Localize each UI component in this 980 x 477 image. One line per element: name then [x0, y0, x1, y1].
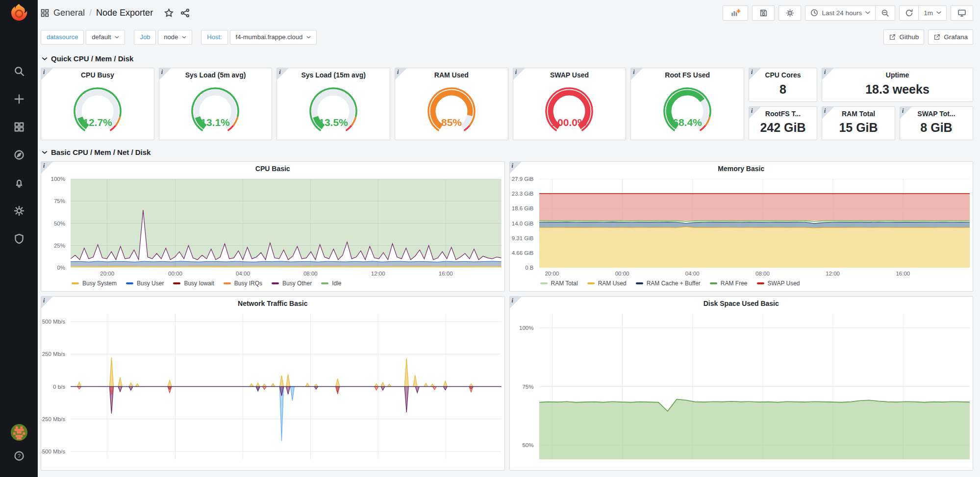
- legend-swatch: [272, 282, 279, 284]
- row-quick-cpu-mem-disk[interactable]: Quick CPU / Mem / Disk: [41, 47, 973, 68]
- var-datasource-label: datasource: [41, 30, 84, 45]
- apps-grid-icon: [41, 9, 49, 17]
- legend-label: Busy Other: [282, 280, 312, 287]
- panel-title[interactable]: Sys Load (15m avg): [277, 68, 390, 81]
- var-datasource-value[interactable]: default: [86, 30, 125, 45]
- settings-gear-icon[interactable]: [13, 204, 25, 217]
- panel-info-corner[interactable]: i: [277, 68, 289, 80]
- plot-area[interactable]: [71, 314, 502, 459]
- kiosk-mode-button[interactable]: [951, 5, 973, 21]
- var-job-value[interactable]: node: [158, 30, 192, 45]
- panel-info-corner[interactable]: i: [41, 297, 53, 308]
- user-avatar[interactable]: [11, 424, 27, 441]
- alerting-bell-icon[interactable]: [13, 176, 25, 189]
- refresh-interval-picker[interactable]: 1m: [919, 5, 947, 21]
- plot-area[interactable]: [539, 179, 970, 268]
- legend-item[interactable]: RAM Total: [540, 280, 578, 287]
- collapse-chevron-icon: [42, 151, 48, 154]
- panel-info-corner[interactable]: i: [41, 68, 53, 80]
- row-basic-cpu-mem-net-disk[interactable]: Basic CPU / Mem / Net / Disk: [41, 140, 973, 161]
- breadcrumb-divider: /: [89, 8, 92, 18]
- panel-title[interactable]: Memory Basic: [510, 162, 973, 175]
- plot-area[interactable]: [71, 179, 502, 268]
- panel-title[interactable]: RAM Used: [395, 68, 508, 81]
- search-icon[interactable]: [13, 65, 25, 77]
- legend-item[interactable]: RAM Used: [587, 280, 627, 287]
- grafana-logo-icon[interactable]: [9, 3, 29, 23]
- breadcrumb: General / Node Exporter: [41, 8, 190, 18]
- top-navbar: General / Node Exporter Last 24 hours: [38, 0, 980, 25]
- panel-info-corner[interactable]: i: [749, 68, 761, 80]
- panel-info-corner[interactable]: i: [395, 68, 407, 80]
- breadcrumb-folder[interactable]: General: [53, 8, 85, 18]
- share-icon[interactable]: [180, 8, 190, 18]
- stat-value: 8 GiB: [900, 120, 973, 140]
- time-range-picker[interactable]: Last 24 hours: [805, 5, 876, 21]
- legend-item[interactable]: Idle: [321, 280, 341, 287]
- panel-info-corner[interactable]: i: [822, 68, 834, 80]
- variables-bar: datasource default Job node Host: f4-mum…: [38, 25, 980, 47]
- github-link-button[interactable]: Github: [883, 29, 924, 45]
- dashboard-title[interactable]: Node Exporter: [96, 8, 153, 18]
- explore-compass-icon[interactable]: [13, 149, 25, 161]
- panel-title[interactable]: Uptime: [822, 68, 973, 81]
- panel-title[interactable]: CPU Basic: [41, 162, 504, 175]
- legend-label: Busy IRQs: [234, 280, 262, 287]
- help-icon[interactable]: ?: [13, 450, 25, 462]
- legend-label: RAM Total: [551, 280, 578, 287]
- svg-text:100.0%: 100.0%: [552, 117, 587, 128]
- legend-item[interactable]: SWAP Used: [757, 280, 800, 287]
- plot-area[interactable]: [539, 314, 970, 459]
- panel-title[interactable]: Disk Space Used Basic: [510, 297, 973, 310]
- refresh-interval-label: 1m: [924, 9, 933, 17]
- legend-item[interactable]: RAM Free: [710, 280, 748, 287]
- y-axis-labels: 27.9 GiB23.3 GiB18.6 GiB14.0 GiB9.31 GiB…: [510, 179, 536, 268]
- panel-title[interactable]: Root FS Used: [631, 68, 744, 81]
- admin-shield-icon[interactable]: [13, 232, 25, 245]
- legend-item[interactable]: RAM Cache + Buffer: [636, 280, 701, 287]
- cpu-basic-legend: Busy SystemBusy UserBusy IowaitBusy IRQs…: [41, 278, 504, 291]
- panel-title[interactable]: Sys Load (5m avg): [159, 68, 272, 81]
- panel-title[interactable]: SWAP Used: [513, 68, 626, 81]
- var-job-label: Job: [134, 30, 156, 45]
- dashboards-icon[interactable]: [13, 121, 25, 133]
- legend-item[interactable]: Busy Iowait: [173, 280, 214, 287]
- panel-title[interactable]: Network Traffic Basic: [41, 297, 504, 310]
- legend-label: SWAP Used: [768, 280, 800, 287]
- svg-text:?: ?: [17, 452, 21, 459]
- panel-info-corner[interactable]: i: [822, 107, 834, 119]
- stat-value: 8: [749, 81, 817, 101]
- save-dashboard-button[interactable]: [752, 5, 775, 21]
- collapse-chevron-icon: [42, 57, 48, 61]
- star-icon[interactable]: [164, 8, 174, 18]
- panel-info-corner[interactable]: i: [513, 68, 525, 80]
- charts-row-2: i Network Traffic Basic 500 Mb/s250 Mb/s…: [41, 296, 973, 471]
- panel-info-corner[interactable]: i: [749, 107, 761, 119]
- dashboard-settings-button[interactable]: [779, 5, 801, 21]
- sys-load-15m-gauge: 13.5%: [277, 81, 390, 140]
- var-host-value[interactable]: f4-mumbai.frappe.cloud: [230, 30, 317, 45]
- add-panel-button[interactable]: [723, 5, 748, 21]
- zoom-out-time-button[interactable]: [876, 5, 895, 21]
- legend-item[interactable]: Busy IRQs: [224, 280, 262, 287]
- legend-item[interactable]: Busy Other: [272, 280, 312, 287]
- create-plus-icon[interactable]: [13, 93, 25, 105]
- panel-info-corner[interactable]: i: [510, 162, 522, 174]
- panel-title[interactable]: CPU Busy: [41, 68, 154, 81]
- grafana-link-button[interactable]: Grafana: [928, 29, 973, 45]
- legend-item[interactable]: Busy User: [126, 280, 164, 287]
- legend-item[interactable]: Busy System: [72, 280, 117, 287]
- sys-load-5m-gauge: 13.1%: [159, 81, 272, 140]
- panel-info-corner[interactable]: i: [510, 297, 522, 308]
- panel-info-corner[interactable]: i: [631, 68, 643, 80]
- x-axis-labels: 20:0000:0004:0008:0012:0016:00: [539, 269, 970, 278]
- legend-swatch: [636, 282, 643, 284]
- panel-info-corner[interactable]: i: [41, 162, 53, 174]
- svg-text:13.5%: 13.5%: [319, 117, 348, 128]
- external-link-icon: [933, 34, 940, 41]
- cpu-busy-gauge: 12.7%: [41, 81, 154, 140]
- refresh-button[interactable]: [899, 5, 919, 21]
- panel-info-corner[interactable]: i: [159, 68, 171, 80]
- panel-info-corner[interactable]: i: [900, 107, 912, 119]
- swap-used-gauge: 100.0%: [513, 81, 626, 140]
